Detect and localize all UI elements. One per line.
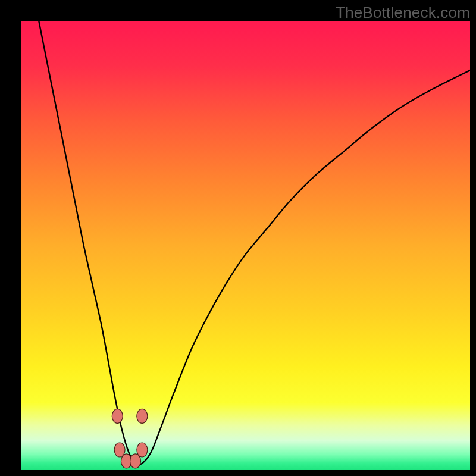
curve-marker-5 [137,443,148,457]
gradient-background [21,21,470,470]
curve-marker-0 [112,409,123,423]
bottleneck-chart [21,21,470,470]
watermark-text: TheBottleneck.com [336,4,470,22]
plot-area [21,21,470,470]
curve-marker-1 [137,409,148,423]
chart-frame: TheBottleneck.com [0,0,476,476]
